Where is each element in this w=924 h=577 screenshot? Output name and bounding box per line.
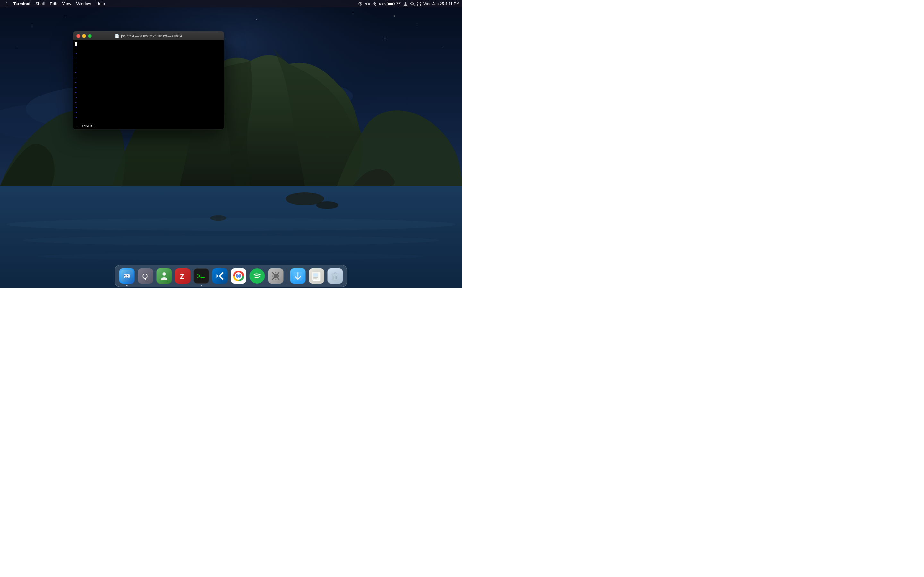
svg-point-21 — [394, 16, 395, 17]
svg-text:Z: Z — [180, 272, 184, 280]
vi-status-bar: -- INSERT -- — [75, 124, 100, 128]
screen-record-icon — [358, 1, 363, 6]
menubar-item-help[interactable]: Help — [94, 0, 107, 7]
svg-point-6 — [6, 218, 456, 231]
svg-point-49 — [237, 275, 240, 277]
dock-item-terminal[interactable] — [193, 268, 210, 285]
vi-tilde: ~ — [75, 110, 222, 115]
battery-percent: 98% — [379, 2, 386, 6]
svg-point-10 — [316, 201, 338, 209]
svg-point-19 — [16, 48, 16, 48]
spotify-icon — [250, 268, 265, 284]
maximize-button[interactable] — [88, 34, 92, 38]
minimize-button[interactable] — [82, 34, 86, 38]
dock-item-preview[interactable] — [308, 268, 325, 285]
svg-point-23 — [360, 3, 361, 5]
vi-tilde: ~ — [75, 71, 222, 76]
battery-fill — [388, 3, 393, 5]
preview-icon — [309, 268, 325, 284]
vi-tilde: ~ — [75, 105, 222, 110]
bluetooth-icon — [372, 1, 377, 6]
menubar-item-edit[interactable]: Edit — [47, 0, 59, 7]
dock-item-zotero[interactable]: Z — [174, 268, 192, 285]
dock-divider — [287, 269, 287, 284]
svg-rect-29 — [417, 2, 418, 3]
vi-tilde: ~ — [75, 120, 222, 121]
close-button[interactable] — [76, 34, 80, 38]
svg-point-26 — [405, 2, 407, 4]
vi-tilde: ~ — [75, 101, 222, 105]
vi-tilde: ~ — [75, 61, 222, 66]
menubar-right: 98% — [358, 1, 459, 6]
traffic-lights — [76, 34, 92, 38]
svg-text:Q: Q — [142, 272, 148, 280]
desktop:  Terminal Shell Edit View Window Help — [0, 0, 462, 288]
menubar:  Terminal Shell Edit View Window Help — [0, 0, 462, 7]
svg-line-28 — [413, 5, 415, 6]
desktop-background — [0, 0, 462, 288]
finder-icon — [120, 268, 135, 284]
svg-point-11 — [210, 215, 226, 221]
dock-item-downloads[interactable] — [289, 268, 307, 285]
svg-point-20 — [443, 48, 443, 48]
running-indicator — [126, 285, 128, 286]
trash-icon — [328, 268, 343, 284]
downloads-icon — [290, 268, 306, 284]
battery-bar — [387, 2, 394, 5]
qreate-icon: Q — [138, 268, 153, 284]
dock-item-finder[interactable] — [118, 268, 136, 285]
chrome-icon — [231, 268, 246, 284]
zotero-icon: Z — [175, 268, 191, 284]
vi-tilde: ~ — [75, 51, 222, 56]
terminal-title-icon: 📄 — [115, 34, 120, 38]
vi-tilde: ~ — [75, 85, 222, 90]
dock-item-spotify[interactable] — [249, 268, 266, 285]
terminal-dock-icon — [194, 268, 209, 284]
apple-icon:  — [6, 1, 7, 6]
vi-tilde: ~ — [75, 66, 222, 71]
svg-rect-31 — [417, 5, 418, 6]
terminal-titlebar: 📄 plaintext — vi my_text_file.txt — 80×2… — [73, 31, 224, 40]
svg-rect-63 — [332, 274, 338, 275]
vi-tilde: ~ — [75, 76, 222, 81]
menubar-item-window[interactable]: Window — [74, 0, 94, 7]
terminal-title: 📄 plaintext — vi my_text_file.txt — 80×2… — [115, 34, 182, 38]
terminal-body[interactable]: ~ ~ ~ ~ ~ ~ ~ ~ ~ ~ ~ ~ ~ ~ ~ ~ ~ ~ ~ --… — [73, 40, 224, 129]
dock-item-vscode[interactable] — [212, 268, 229, 285]
svg-point-13 — [64, 16, 65, 16]
dock-item-qreate[interactable]: Q — [137, 268, 154, 285]
svg-point-18 — [384, 38, 385, 39]
control-center-icon[interactable] — [417, 1, 422, 6]
dock-item-system-preferences[interactable] — [267, 268, 284, 285]
apple-menu[interactable]:  — [3, 0, 11, 7]
dock-item-chrome[interactable] — [230, 268, 247, 285]
vi-tilde: ~ — [75, 56, 222, 61]
svg-point-16 — [352, 13, 353, 13]
dock-item-robinhoodie[interactable] — [156, 268, 173, 285]
menubar-item-terminal[interactable]: Terminal — [11, 0, 33, 7]
robinhoodie-icon — [157, 268, 172, 284]
svg-point-17 — [417, 25, 417, 26]
vi-tilde: ~ — [75, 95, 222, 100]
menubar-item-view[interactable]: View — [60, 0, 74, 7]
svg-point-15 — [256, 19, 257, 19]
vi-tilde: ~ — [75, 46, 222, 51]
battery-indicator: 98% — [379, 2, 394, 6]
dock-item-trash[interactable] — [326, 268, 344, 285]
vi-tilde: ~ — [75, 115, 222, 120]
terminal-window[interactable]: 📄 plaintext — vi my_text_file.txt — 80×2… — [73, 31, 224, 129]
system-preferences-icon — [268, 268, 284, 284]
running-indicator — [201, 285, 202, 286]
svg-point-36 — [124, 275, 126, 276]
vscode-icon — [212, 268, 228, 284]
svg-rect-56 — [313, 274, 318, 277]
vi-tilde: ~ — [75, 81, 222, 85]
svg-rect-30 — [420, 2, 421, 3]
wifi-icon — [396, 1, 401, 6]
menubar-item-shell[interactable]: Shell — [33, 0, 47, 7]
spotlight-icon[interactable] — [410, 2, 415, 6]
vi-tilde: ~ — [75, 91, 222, 95]
svg-point-12 — [32, 25, 32, 26]
dock: Q Z — [115, 265, 347, 287]
svg-point-37 — [127, 275, 128, 276]
